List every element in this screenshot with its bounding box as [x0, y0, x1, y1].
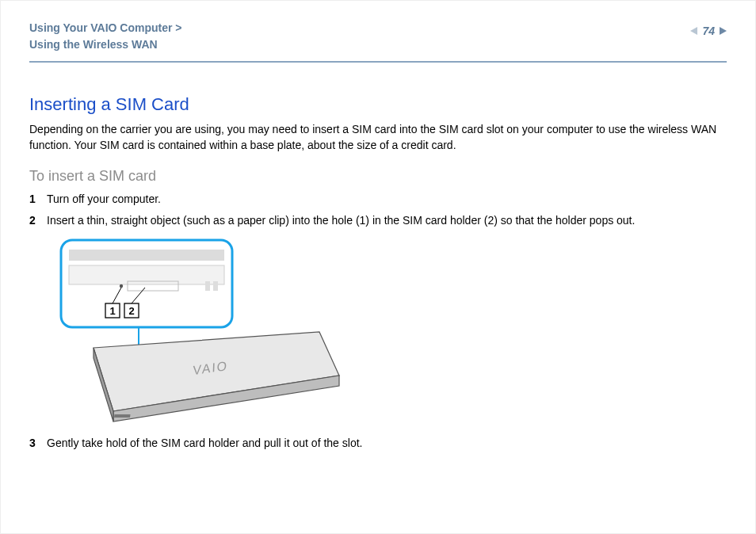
breadcrumb-line-1: Using Your VAIO Computer >	[29, 20, 182, 36]
page-header: Using Your VAIO Computer > Using the Wir…	[29, 20, 727, 63]
page-number: 74	[702, 25, 715, 37]
step-item: Turn off your computer.	[29, 191, 727, 208]
section-title: Inserting a SIM Card	[29, 94, 727, 115]
document-page: Using Your VAIO Computer > Using the Wir…	[0, 0, 756, 534]
laptop-front-slot	[114, 414, 130, 418]
step-text: Gently take hold of the SIM card holder …	[47, 435, 362, 452]
callout-sim-hole	[120, 284, 123, 287]
figure: 1 2 VAIO	[58, 237, 335, 427]
callout-strip	[69, 250, 224, 261]
procedure-title: To insert a SIM card	[29, 168, 727, 185]
callout-label-2-text: 2	[128, 305, 134, 317]
procedure-steps-continued: Gently take hold of the SIM card holder …	[29, 435, 727, 452]
step-text: Turn off your computer.	[47, 191, 161, 208]
procedure-steps: Turn off your computer. Insert a thin, s…	[29, 191, 727, 229]
sim-slot-diagram: 1 2 VAIO	[58, 237, 343, 427]
breadcrumb-line-2: Using the Wireless WAN	[29, 36, 182, 53]
step-item: Insert a thin, straight object (such as …	[29, 212, 727, 229]
callout-detail	[213, 281, 218, 291]
next-page-icon[interactable]	[720, 27, 727, 35]
step-item: Gently take hold of the SIM card holder …	[29, 435, 727, 452]
step-text: Insert a thin, straight object (such as …	[47, 212, 635, 229]
prev-page-icon[interactable]	[690, 27, 697, 35]
page-navigator: 74	[690, 20, 727, 37]
callout-detail	[205, 281, 210, 291]
breadcrumb: Using Your VAIO Computer > Using the Wir…	[29, 20, 182, 53]
laptop-illustration: VAIO	[94, 332, 339, 421]
intro-paragraph: Depending on the carrier you are using, …	[29, 121, 727, 154]
callout-label-1-text: 1	[109, 305, 115, 317]
